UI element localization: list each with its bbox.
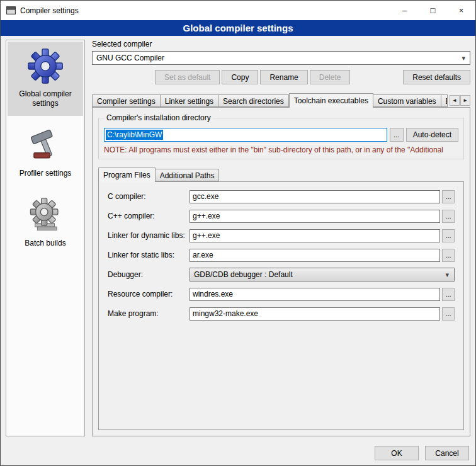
settings-sidebar: Global compiler settings Profiler settin… [6,40,85,436]
linker-static-row: Linker for static libs: ... [108,248,455,262]
debugger-row: Debugger: GDB/CDB debugger : Default ▾ [108,268,455,281]
program-files-panel: C compiler: ... C++ compiler: ... Linker… [98,181,464,430]
titlebar: Compiler settings – □ × [1,1,475,20]
tab-custom-variables[interactable]: Custom variables [373,94,441,107]
debugger-label: Debugger: [108,270,190,279]
sidebar-item-label: Batch builds [25,239,65,248]
make-program-row: Make program: ... [108,307,455,321]
auto-detect-button[interactable]: Auto-detect [406,128,458,142]
linker-static-input[interactable] [190,249,440,262]
compiler-actions: Set as default Copy Rename Delete Reset … [92,70,470,84]
linker-static-label: Linker for static libs: [108,251,190,259]
installation-directory-group-title: Compiler's installation directory [104,113,213,122]
hammer-icon [27,127,64,164]
cpp-compiler-label: C++ compiler: [108,212,190,220]
copy-button[interactable]: Copy [222,70,258,84]
minimize-button[interactable]: – [390,1,419,20]
resource-compiler-label: Resource compiler: [108,290,190,298]
installation-directory-group: Compiler's installation directory C:\ray… [98,118,464,159]
installation-note: NOTE: All programs must exist either in … [104,145,458,154]
sidebar-item-batch-builds[interactable]: Batch builds [8,191,83,256]
compiler-settings-window: Compiler settings – □ × Global compiler … [0,0,476,466]
linker-dynamic-row: Linker for dynamic libs: ... [108,229,455,242]
tab-search-directories[interactable]: Search directories [218,94,289,107]
sidebar-item-label: Profiler settings [20,169,72,178]
sidebar-item-global-compiler-settings[interactable]: Global compiler settings [8,42,83,116]
make-program-label: Make program: [108,309,190,318]
settings-tabstrip: Compiler settings Linker settings Search… [92,93,470,107]
c-compiler-browse-button[interactable]: ... [442,190,455,203]
cancel-button[interactable]: Cancel [425,446,469,460]
set-as-default-button[interactable]: Set as default [155,70,220,84]
installation-directory-value: C:\raylib\MinGW [106,130,163,140]
c-compiler-row: C compiler: ... [108,190,455,203]
gear-stack-icon [27,197,64,234]
main-area: Global compiler settings Profiler settin… [6,40,470,436]
tab-scroll-left-icon[interactable]: ◄ [450,95,460,106]
tab-program-files[interactable]: Program Files [98,168,156,182]
cpp-compiler-input[interactable] [190,210,440,223]
chevron-down-icon: ▾ [459,54,468,62]
debugger-select[interactable]: GDB/CDB debugger : Default ▾ [190,268,455,281]
resource-compiler-browse-button[interactable]: ... [442,288,455,301]
app-icon [6,5,16,16]
sidebar-item-profiler-settings[interactable]: Profiler settings [8,121,83,186]
make-program-input[interactable] [190,307,440,321]
selected-compiler-value: GNU GCC Compiler [96,54,459,62]
maximize-button[interactable]: □ [419,1,447,20]
settings-content: Selected compiler GNU GCC Compiler ▾ Set… [92,40,470,436]
chevron-down-icon: ▾ [443,271,451,279]
rename-button[interactable]: Rename [260,70,307,84]
dialog-footer: OK Cancel [375,446,469,460]
sidebar-item-label: Global compiler settings [9,89,82,108]
c-compiler-input[interactable] [190,190,440,203]
debugger-value: GDB/CDB debugger : Default [194,270,443,279]
installation-directory-input[interactable]: C:\raylib\MinGW [104,128,387,142]
installation-directory-browse-button[interactable]: ... [390,128,404,142]
toolchain-executables-panel: Compiler's installation directory C:\ray… [92,107,470,436]
make-program-browse-button[interactable]: ... [442,307,455,321]
linker-dynamic-input[interactable] [190,229,440,242]
window-title: Compiler settings [20,6,390,15]
linker-dynamic-browse-button[interactable]: ... [442,229,455,242]
resource-compiler-row: Resource compiler: ... [108,287,455,301]
cpp-compiler-browse-button[interactable]: ... [442,210,455,223]
installation-directory-row: C:\raylib\MinGW ... Auto-detect [104,128,458,142]
tab-additional-paths[interactable]: Additional Paths [156,169,220,181]
ok-button[interactable]: OK [375,446,419,460]
selected-compiler-label: Selected compiler [92,40,470,48]
program-tabs: Program Files Additional Paths [98,168,464,181]
gear-icon [27,48,64,84]
tab-linker-settings[interactable]: Linker settings [161,94,218,107]
linker-dynamic-label: Linker for dynamic libs: [108,231,190,240]
selected-compiler-select[interactable]: GNU GCC Compiler ▾ [92,51,470,65]
page-title: Global compiler settings [1,20,475,36]
reset-defaults-button[interactable]: Reset defaults [403,70,470,84]
linker-static-browse-button[interactable]: ... [442,249,455,262]
tab-build-options[interactable]: Buil [441,94,448,107]
cpp-compiler-row: C++ compiler: ... [108,209,455,223]
tab-scroll-right-icon[interactable]: ► [460,95,470,106]
tab-toolchain-executables[interactable]: Toolchain executables [289,93,373,108]
close-button[interactable]: × [447,1,475,20]
tab-compiler-settings[interactable]: Compiler settings [92,94,161,107]
resource-compiler-input[interactable] [190,288,440,301]
delete-button[interactable]: Delete [310,70,351,84]
tab-scroll-buttons: ◄ ► [450,95,470,106]
c-compiler-label: C compiler: [108,192,190,201]
